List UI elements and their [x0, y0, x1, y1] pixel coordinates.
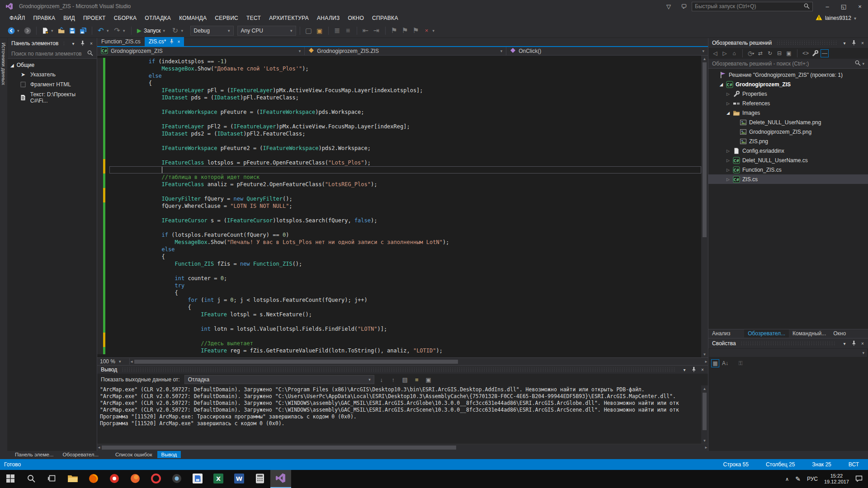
start-debug-button[interactable]: ▶ Запуск ▾: [135, 27, 170, 34]
navbar-project-dropdown[interactable]: C# Grodnogiprozem_ZIS ▾: [97, 47, 305, 55]
chevron-down-icon[interactable]: ▾: [107, 28, 111, 33]
window-position-icon[interactable]: ▾: [841, 341, 848, 346]
dock-tab-список-ошибок[interactable]: Список ошибок: [111, 451, 156, 458]
breakpoint-margin[interactable]: [97, 347, 103, 354]
chevron-collapsed-icon[interactable]: ▷: [726, 177, 731, 182]
editor-horizontal-scrollbar[interactable]: ◄ ►: [130, 358, 708, 365]
chevron-expanded-icon[interactable]: ◢: [726, 111, 731, 115]
scrollbar-thumb[interactable]: [703, 393, 707, 430]
properties-object-dropdown[interactable]: ▾: [709, 349, 867, 357]
code-line[interactable]: [97, 137, 701, 145]
tree-item-function-zis-cs[interactable]: ▷C#Function_ZIS.cs: [708, 165, 868, 174]
close-icon[interactable]: ×: [88, 41, 95, 46]
breakpoint-margin[interactable]: [97, 145, 103, 152]
breakpoint-margin[interactable]: [97, 123, 103, 130]
code-line[interactable]: [97, 101, 701, 108]
breakpoint-margin[interactable]: [97, 166, 103, 174]
breakpoint-margin[interactable]: [97, 231, 103, 239]
redo-button[interactable]: ↷: [112, 26, 122, 36]
chevron-down-icon[interactable]: ▾: [51, 28, 56, 33]
output-log[interactable]: "ArcMap.exe" (CLR v2.0.50727: DefaultDom…: [97, 385, 701, 444]
code-line[interactable]: //таблица в которой идет поиск: [97, 174, 701, 181]
editor-vertical-scrollbar[interactable]: ▲ ▼: [701, 56, 708, 357]
code-line[interactable]: IFeatureClass analiz = pFeuture2.OpenFea…: [97, 181, 701, 188]
code-line[interactable]: int lotn = lotspl.Value[lotspl.Fields.Fi…: [97, 325, 701, 333]
menu-item-сборка[interactable]: СБОРКА: [110, 14, 141, 23]
tree-item----------grodnogiprozem-zis--------------1-[interactable]: Решение "Grodnogiprozem_ZIS" (проектов: …: [708, 70, 868, 80]
bookmark-next-button[interactable]: ⚑: [411, 26, 421, 36]
word-wrap-icon[interactable]: ≡: [412, 376, 421, 383]
panel-tab-командный---[interactable]: Командный...: [789, 329, 830, 338]
refresh-button[interactable]: ↻: [170, 26, 180, 36]
output-source-dropdown[interactable]: Отладка ▾: [184, 375, 374, 384]
close-icon[interactable]: ×: [859, 341, 866, 346]
panel-tab-обозревател---[interactable]: Обозревател...: [744, 329, 789, 338]
categorized-view-icon[interactable]: ▦: [711, 359, 719, 367]
quick-launch-box[interactable]: Быстрый запуск (Ctrl+Q): [692, 2, 813, 11]
breakpoint-margin[interactable]: [97, 181, 103, 188]
pin-icon[interactable]: [850, 340, 857, 347]
output-horizontal-scrollbar[interactable]: ◄ ►: [97, 444, 708, 451]
view-code-icon[interactable]: <>: [802, 49, 810, 57]
scrollbar-thumb[interactable]: [134, 360, 458, 364]
feedback-icon[interactable]: 🗩: [676, 3, 692, 10]
scroll-right-icon[interactable]: ►: [704, 445, 708, 451]
breakpoint-margin[interactable]: [97, 188, 103, 195]
clock[interactable]: 15:22 19.12.2017: [824, 473, 849, 485]
chevron-collapsed-icon[interactable]: ▷: [726, 158, 731, 163]
breakpoint-margin[interactable]: [97, 80, 103, 87]
save-button[interactable]: [67, 26, 77, 36]
code-line[interactable]: MessageBox.Show("Добавьте слой 'Lots_Plo…: [97, 65, 701, 72]
code-line[interactable]: else: [97, 246, 701, 253]
tree-item-config-esriaddinx[interactable]: ▷Config.esriaddinx: [708, 146, 868, 155]
output-vertical-scrollbar[interactable]: ▲ ▼: [701, 385, 708, 444]
menu-item-архитектура[interactable]: АРХИТЕКТУРА: [265, 14, 313, 23]
tree-item-grodnogiprozem-zis-png[interactable]: Grodnogiprozem_ZIS.png: [708, 127, 868, 136]
breakpoint-margin[interactable]: [97, 296, 103, 304]
line-numbers-button[interactable]: ≡: [343, 26, 353, 36]
code-line[interactable]: IFeatureWorkspace pFeuture = (IFeatureWo…: [97, 108, 701, 116]
scroll-left-icon[interactable]: ◄: [97, 445, 101, 451]
bookmark-clear-button[interactable]: ×: [422, 26, 432, 36]
breakpoint-margin[interactable]: [97, 217, 103, 224]
taskbar-taskbar-search[interactable]: [21, 470, 42, 488]
scroll-up-icon[interactable]: ▲: [703, 56, 707, 62]
scrollbar-thumb[interactable]: [102, 446, 456, 450]
toolbox-group-general[interactable]: ◢ Общие: [8, 61, 97, 70]
save-all-button[interactable]: [78, 26, 88, 36]
data-sources-tab[interactable]: Источники данных: [0, 41, 7, 87]
breakpoint-margin[interactable]: [97, 202, 103, 210]
breakpoint-margin[interactable]: [97, 340, 103, 347]
code-line[interactable]: //Здесь вылетает: [97, 340, 701, 347]
scroll-right-icon[interactable]: ►: [704, 358, 708, 365]
navbar-class-dropdown[interactable]: Grodnogiprozem_ZIS.ZIS ▾: [305, 47, 506, 55]
window-position-icon[interactable]: ▾: [841, 41, 848, 46]
show-all-files-icon[interactable]: ▣: [785, 49, 793, 57]
toolbox-search-input[interactable]: Поиск по панели элементов: [8, 49, 97, 59]
breakpoint-margin[interactable]: [97, 116, 103, 123]
menu-item-файл[interactable]: ФАЙЛ: [5, 14, 29, 23]
menu-item-вид[interactable]: ВИД: [59, 14, 79, 23]
scroll-down-icon[interactable]: ▼: [703, 351, 707, 357]
breakpoint-margin[interactable]: [97, 87, 103, 94]
code-line[interactable]: {: [97, 253, 701, 260]
close-button[interactable]: ×: [852, 1, 868, 12]
find-message-icon[interactable]: ↓: [377, 376, 386, 383]
breakpoint-margin[interactable]: [97, 72, 103, 80]
breakpoint-margin[interactable]: [97, 246, 103, 253]
alphabetical-sort-icon[interactable]: A↓: [721, 359, 729, 367]
taskbar-browser-orange[interactable]: [125, 470, 146, 488]
code-line[interactable]: if (lotsplos.FeatureCount(fQuery) == 0): [97, 231, 701, 239]
chevron-down-icon[interactable]: ▾: [181, 28, 186, 33]
code-line[interactable]: [97, 210, 701, 217]
taskbar-visual-studio[interactable]: [270, 470, 291, 488]
chevron-expanded-icon[interactable]: ◢: [719, 82, 724, 87]
collapse-all-icon[interactable]: ⊟: [775, 49, 783, 57]
chevron-collapsed-icon[interactable]: ▷: [726, 101, 731, 106]
breakpoint-margin[interactable]: [97, 224, 103, 231]
taskbar-start[interactable]: [0, 470, 21, 488]
sync-with-active-document-icon[interactable]: ⇄: [756, 49, 764, 57]
properties-grid[interactable]: [708, 369, 868, 451]
code-line[interactable]: try: [97, 282, 701, 289]
breakpoint-margin[interactable]: [97, 94, 103, 101]
